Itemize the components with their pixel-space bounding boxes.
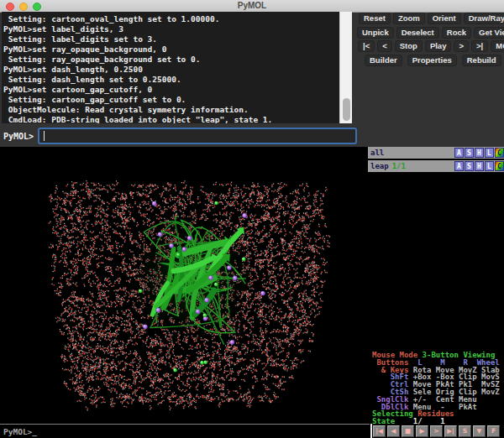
mclear-button[interactable]: MClear [491,40,504,52]
hide-menu-button[interactable]: H [475,148,484,158]
draw-ray-button[interactable]: Draw/Ray [464,13,504,24]
hide-menu-button[interactable]: H [475,161,484,171]
gui-button-panel: ResetZoomOrientDraw/RayUnpickDeselectRoc… [354,13,504,68]
text-caret [44,131,45,141]
bottom-divider [0,424,370,425]
color-menu-button[interactable]: C [495,148,504,158]
unpick-button[interactable]: Unpick [357,27,394,39]
action-menu-button[interactable]: A [454,161,464,171]
gui-button-row: |<<StopPlay>>|MClear [358,40,504,52]
object-row-leap[interactable]: leap1/1ASHLC [368,160,504,172]
command-input[interactable] [38,128,357,144]
movie-control-bar: |◀◀■▶>▶|S▼F [373,425,500,437]
console-line: PyMOL>set dash_length, 0.2500 [2,65,339,75]
movie-menu-button[interactable]: ▼ [473,425,486,437]
console-line: PyMOL>set ray_opaque_background, 0 [2,44,339,55]
mouse-mode-panel: Mouse Mode 3-Button Viewing Buttons L M … [372,352,504,425]
panel-divider [370,424,372,438]
rewind-button[interactable]: |< [358,40,375,52]
object-state: 1/1 [392,162,406,170]
window-title: PyMOL [0,0,504,12]
object-name[interactable]: all [368,149,384,157]
step-back-button[interactable]: < [377,40,392,52]
show-menu-button[interactable]: S [465,161,474,171]
movie-end-button[interactable]: ▶| [444,425,457,437]
object-row-all[interactable]: allASHLC [368,147,504,159]
mouse-panel-text: State [372,417,395,425]
movie-play-button[interactable]: ▶ [416,425,428,437]
show-menu-button[interactable]: S [465,148,474,158]
minimize-button[interactable] [19,3,28,11]
viewport-prompt: PyMOL>_ [3,427,37,436]
builder-button[interactable]: Builder [365,55,402,66]
movie-rewind-button[interactable]: |◀ [373,425,386,437]
zoom-button[interactable]: Zoom [393,13,425,24]
console-line: Setting: cartoon_gap_cutoff set to 0. [2,95,339,105]
console-line: Setting: ray_opaque_background set to 0. [2,55,339,65]
label-menu-button[interactable]: L [485,161,494,171]
console-scrollbar[interactable] [339,12,352,123]
gui-button-row: BuilderPropertiesRebuild [365,55,504,66]
movie-frame-toggle-button[interactable]: F [487,425,500,437]
maximize-button[interactable] [33,3,41,11]
movie-scene-toggle-button[interactable]: S [459,425,471,437]
object-panel: allASHLCleap1/1ASHLC [368,147,504,174]
scrollbar-thumb[interactable] [343,98,350,121]
viewport-3d[interactable] [0,149,368,424]
console-line: PyMOL>set label_digits, 3 [2,24,339,34]
titlebar[interactable]: PyMOL [0,0,504,13]
console-line: Setting: dash_length set to 0.25000. [2,75,339,85]
movie-stop-button[interactable]: ■ [402,425,414,437]
console-line: ObjectMolecule: Read crystal symmetry in… [2,105,339,115]
movie-step-back-button[interactable]: ◀ [387,425,400,437]
pymol-window: PyMOL Setting: cartoon_oval_length set t… [0,0,504,438]
window-controls [6,3,41,11]
prompt-label: PyMOL> [3,128,34,146]
close-button[interactable] [6,3,14,11]
console-line: CmdLoad: PDB-string loaded into object "… [2,115,339,123]
fast-forward-button[interactable]: >| [471,40,488,52]
console-line: PyMOL>set cartoon_gap_cutoff, 0 [2,85,339,95]
stop-button[interactable]: Stop [395,40,423,52]
state-status[interactable]: State 1/ 1 [372,418,504,425]
properties-button[interactable]: Properties [407,55,457,66]
orient-button[interactable]: Orient [428,13,461,24]
step-forward-button[interactable]: > [454,40,469,52]
movie-step-forward-button[interactable]: > [430,425,443,437]
rebuild-button[interactable]: Rebuild [462,55,501,66]
label-menu-button[interactable]: L [485,148,494,158]
rock-button[interactable]: Rock [442,27,471,39]
deselect-button[interactable]: Deselect [396,27,439,39]
gui-button-row: ResetZoomOrientDraw/Ray [359,13,504,24]
console-line: Setting: cartoon_oval_length set to 1.00… [2,14,339,24]
get-view-button[interactable]: Get View [474,27,504,39]
console-line: Setting: label_digits set to 3. [2,34,339,44]
reset-button[interactable]: Reset [359,13,391,24]
object-name[interactable]: leap [368,162,389,170]
action-menu-button[interactable]: A [454,148,464,158]
mouse-panel-text: 1/ 1 [395,417,445,425]
play-button[interactable]: Play [425,40,452,52]
gui-button-row: UnpickDeselectRockGet View [357,27,504,39]
console-log: Setting: cartoon_oval_length set to 1.00… [2,12,339,123]
color-menu-button[interactable]: C [495,161,504,171]
